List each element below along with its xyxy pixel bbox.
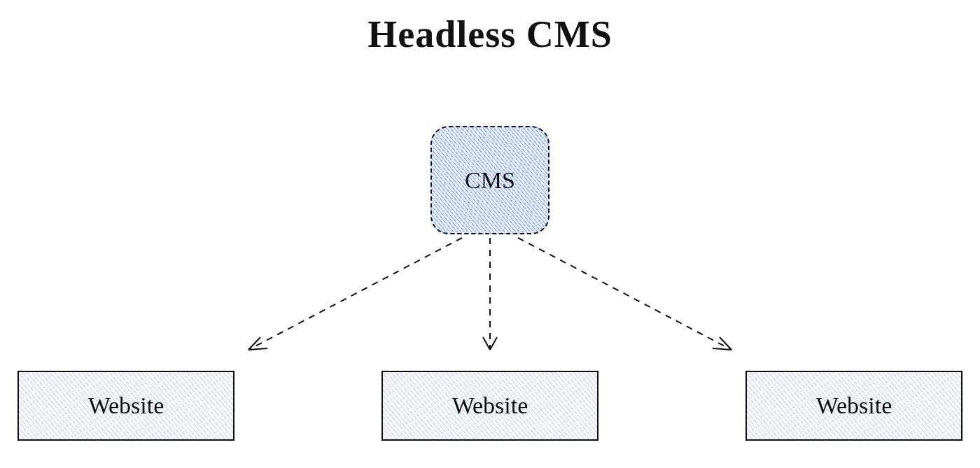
website-node-3-label: Website — [816, 392, 892, 419]
diagram-stage: Headless CMS CMS Website Website Website — [0, 0, 980, 468]
cms-node-label: CMS — [465, 167, 515, 194]
svg-line-2 — [518, 238, 732, 350]
website-node-2-label: Website — [452, 392, 528, 419]
diagram-title: Headless CMS — [0, 13, 980, 56]
svg-line-0 — [248, 238, 462, 350]
website-node-3: Website — [746, 371, 962, 441]
website-node-1: Website — [18, 371, 234, 441]
arrow-cms-to-website-2 — [483, 238, 497, 350]
cms-node: CMS — [430, 126, 550, 234]
website-node-2: Website — [382, 371, 598, 441]
arrow-cms-to-website-1 — [248, 238, 462, 350]
arrow-cms-to-website-3 — [518, 238, 732, 350]
website-node-1-label: Website — [88, 392, 164, 419]
